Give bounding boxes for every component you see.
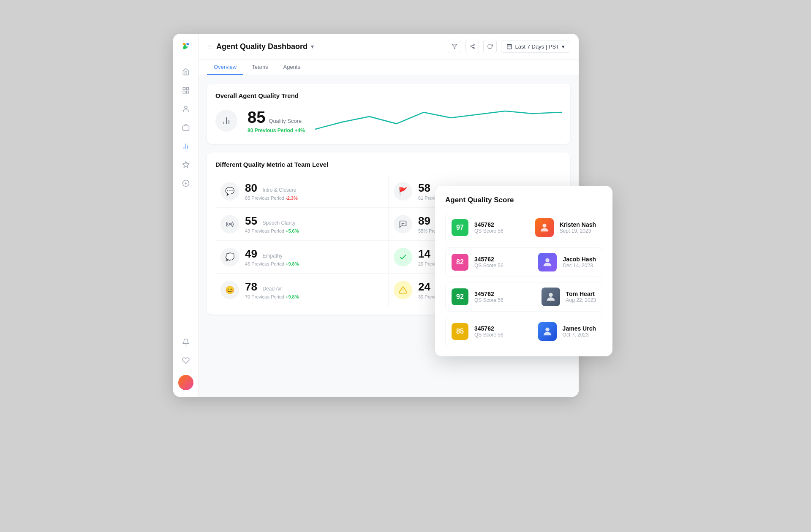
date-range-label: Last 7 Days | PST (515, 43, 559, 50)
tab-overview[interactable]: Overview (207, 60, 243, 75)
heart-icon[interactable] (178, 353, 193, 368)
dead-air-data: 78 Dead Air 70 Previous Period +9.8% (245, 280, 383, 299)
agent-2-date: Dec 14, 2023 (563, 263, 596, 269)
tab-teams[interactable]: Teams (245, 60, 275, 75)
date-range-picker[interactable]: Last 7 Days | PST ▾ (501, 41, 570, 53)
agent-1-avatar (535, 218, 554, 237)
quality-score-value: 85 (248, 109, 265, 127)
dead-air-name: Dead Air (262, 286, 282, 292)
agent-3-info: 345762 QS Score 56 (474, 290, 536, 303)
agent-1-name-col: Kristen Nash Sept 19, 2023 (560, 221, 596, 234)
empathy-prev: 45 Previous Period +9.8% (245, 261, 383, 266)
svg-marker-9 (182, 162, 189, 168)
filter-button[interactable] (448, 40, 461, 53)
chart-icon[interactable] (178, 138, 193, 154)
agent-3-date: Aug 22, 2023 (566, 297, 596, 303)
speech-clarity-data: 55 Speech Clarity 43 Previous Period +5.… (245, 214, 383, 233)
agent-4-avatar (538, 322, 557, 341)
agent-1-date: Sept 19, 2023 (560, 228, 596, 234)
empathy-score: 49 (245, 247, 257, 260)
agent-3-name: Tom Heart (566, 290, 596, 297)
compliment-icon (394, 215, 412, 233)
speech-clarity-prev: 43 Previous Period +5.6% (245, 228, 383, 233)
agent-2-qs: QS Score 56 (474, 263, 532, 269)
dead-air-score: 78 (245, 280, 257, 293)
compliment-score: 89 (418, 214, 430, 227)
quality-score-info: 85 Quality Score 80 Previous Period +4% (248, 109, 305, 133)
svg-point-16 (473, 47, 475, 49)
template-icon[interactable] (178, 83, 193, 98)
speech-clarity-score: 55 (245, 214, 257, 227)
speech-clarity-icon (220, 215, 239, 233)
agent-score-item-4: 85 345762 QS Score 56 James Urch Oct 7, … (445, 317, 602, 346)
intro-closure-icon: 💬 (220, 182, 239, 201)
agent-score-card-title: Agent Quality Score (445, 196, 602, 204)
empathy-name: Empathy (262, 253, 282, 259)
agent-4-date: Oct 7, 2023 (563, 332, 596, 338)
svg-point-4 (185, 106, 187, 109)
refresh-button[interactable] (483, 40, 497, 53)
agent-2-name-col: Jacob Hash Dec 14, 2023 (563, 256, 596, 269)
empathy-data: 49 Empathy 45 Previous Period +9.8% (245, 247, 383, 266)
svg-line-18 (471, 45, 473, 46)
intro-closure-data: 80 Intro & Closure 85 Previous Period -2… (245, 182, 383, 201)
quality-score-label: Quality Score (269, 118, 302, 124)
svg-point-31 (542, 224, 546, 228)
star-icon[interactable] (178, 157, 193, 172)
trend-chart (315, 106, 562, 136)
metrics-card-title: Different Quality Metric at Team Level (215, 161, 562, 168)
quality-score-prev: 80 Previous Period +4% (248, 128, 305, 133)
agent-1-qs: QS Score 56 (474, 228, 529, 234)
home-icon[interactable] (178, 64, 193, 79)
date-chevron-icon: ▾ (562, 43, 565, 50)
agent-1-badge: 97 (452, 219, 468, 236)
agent-4-name: James Urch (563, 325, 596, 332)
svg-rect-19 (507, 44, 512, 49)
tab-agents[interactable]: Agents (276, 60, 307, 75)
agent-2-info: 345762 QS Score 56 (474, 256, 532, 269)
agent-1-info: 345762 QS Score 56 (474, 221, 529, 234)
svg-point-34 (545, 328, 549, 331)
agent-score-list: 97 345762 QS Score 56 Kristen Nash Sept … (445, 213, 602, 346)
agent-4-name-col: James Urch Oct 7, 2023 (563, 325, 596, 338)
trend-card: Overall Agent Quality Trend 85 Quality S… (207, 84, 570, 144)
app-logo (180, 41, 192, 54)
favorite-icon[interactable]: ☆ (207, 43, 213, 51)
ownership-icon: 🚩 (394, 182, 412, 201)
agent-2-id: 345762 (474, 256, 532, 263)
user-avatar[interactable] (178, 375, 193, 390)
share-button[interactable] (465, 40, 479, 53)
dead-air-icon: 😊 (220, 281, 239, 299)
svg-line-17 (471, 47, 473, 48)
tabs-bar: Overview Teams Agents (199, 60, 579, 75)
briefcase-icon[interactable] (178, 120, 193, 135)
agent-3-qs: QS Score 56 (474, 297, 536, 303)
ownership-score: 58 (418, 182, 430, 194)
agent-score-card: Agent Quality Score 97 345762 QS Score 5… (435, 186, 612, 356)
agent-1-id: 345762 (474, 221, 529, 228)
svg-rect-0 (183, 87, 185, 90)
quality-score-icon (215, 110, 237, 132)
svg-point-15 (470, 46, 472, 47)
agent-4-id: 345762 (474, 325, 532, 332)
svg-rect-1 (186, 87, 188, 90)
sop-adherence-score: 14 (418, 247, 430, 260)
dashboard-title: Agent Quality Dashbaord (216, 42, 308, 51)
agent-score-item-1: 97 345762 QS Score 56 Kristen Nash Sept … (445, 213, 602, 242)
metric-speech-clarity: 55 Speech Clarity 43 Previous Period +5.… (215, 208, 389, 241)
metric-empathy: 💭 49 Empathy 45 Previous Period +9.8% (215, 241, 389, 274)
quality-score-row: 85 Quality Score (248, 109, 305, 127)
svg-point-26 (229, 223, 230, 225)
title-chevron-icon[interactable]: ▾ (311, 43, 314, 50)
header-left: ☆ Agent Quality Dashbaord ▾ (207, 42, 314, 51)
bell-icon[interactable] (178, 334, 193, 350)
speech-clarity-name: Speech Clarity (262, 220, 295, 226)
header: ☆ Agent Quality Dashbaord ▾ (199, 34, 579, 60)
dead-air-prev: 70 Previous Period +9.8% (245, 294, 383, 299)
person-icon[interactable] (178, 101, 193, 117)
add-icon[interactable] (178, 176, 193, 191)
agent-3-badge: 92 (452, 288, 468, 305)
agent-3-id: 345762 (474, 290, 536, 297)
sidebar (173, 34, 199, 397)
agent-4-info: 345762 QS Score 56 (474, 325, 532, 338)
